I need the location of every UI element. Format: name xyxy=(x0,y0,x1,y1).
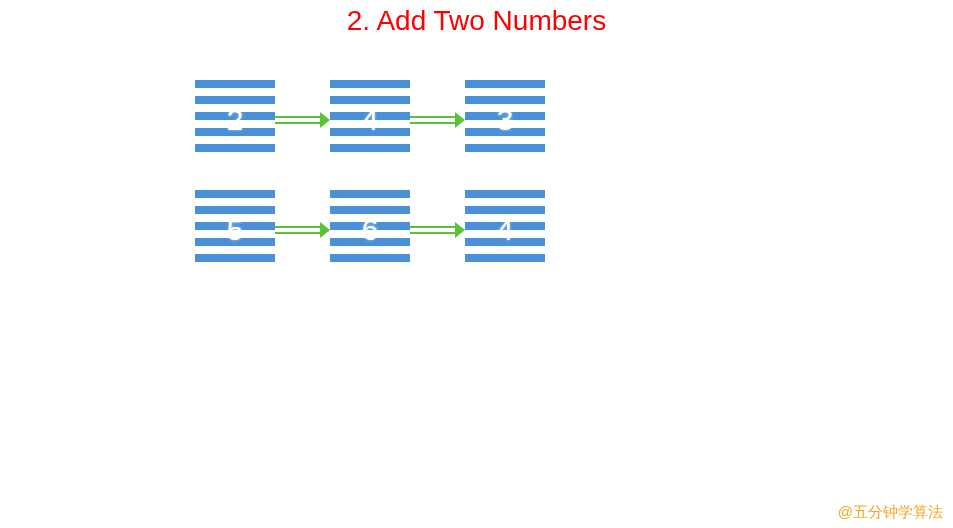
node-value: 5 xyxy=(227,213,244,247)
svg-marker-8 xyxy=(320,222,330,238)
list2-node-2: 4 xyxy=(465,190,545,270)
svg-marker-2 xyxy=(320,112,330,128)
node-value: 4 xyxy=(362,103,379,137)
arrow-icon xyxy=(275,220,330,240)
list1-node-2: 3 xyxy=(465,80,545,160)
svg-marker-11 xyxy=(455,222,465,238)
node-value: 4 xyxy=(497,213,514,247)
linked-list-1: 2 4 3 xyxy=(195,80,545,160)
node-value: 6 xyxy=(362,213,379,247)
node-value: 3 xyxy=(497,103,514,137)
arrow-icon xyxy=(410,220,465,240)
node-value: 2 xyxy=(227,103,244,137)
list1-node-1: 4 xyxy=(330,80,410,160)
linked-list-2: 5 6 4 xyxy=(195,190,545,270)
watermark: @五分钟学算法 xyxy=(838,503,943,522)
list1-node-0: 2 xyxy=(195,80,275,160)
list2-node-0: 5 xyxy=(195,190,275,270)
arrow-icon xyxy=(410,110,465,130)
diagram-area: 2 4 3 5 xyxy=(195,80,545,300)
svg-marker-5 xyxy=(455,112,465,128)
list2-node-1: 6 xyxy=(330,190,410,270)
page-title: 2. Add Two Numbers xyxy=(0,0,953,37)
arrow-icon xyxy=(275,110,330,130)
